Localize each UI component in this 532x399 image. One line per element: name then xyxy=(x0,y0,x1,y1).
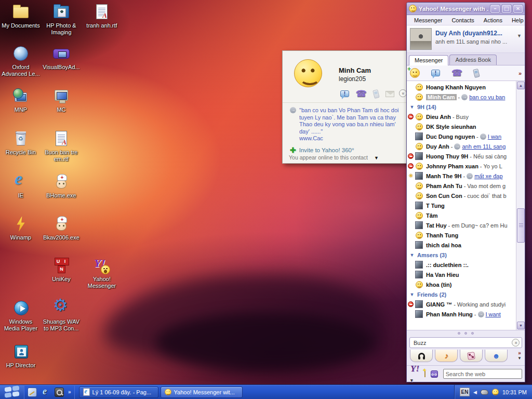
desktop-icon[interactable]: BHome.exe xyxy=(42,173,81,199)
contact-row[interactable]: Duy Anh-→anh em 11L sang xyxy=(407,141,516,151)
desktop-icon[interactable]: My Documents xyxy=(1,3,41,29)
contact-name[interactable]: Duc Dung nguyen xyxy=(426,134,475,140)
minimize-button[interactable]: – xyxy=(490,5,500,13)
contact-row[interactable]: Hoang Khanh Nguyen xyxy=(407,82,516,92)
start-button[interactable] xyxy=(0,385,24,399)
contact-name[interactable]: thich dai hoa xyxy=(426,242,461,248)
contact-name[interactable]: T Tung xyxy=(426,203,445,209)
title-bar[interactable]: Yahoo! Messenger with ... – □ ✕ xyxy=(407,3,525,15)
contact-name[interactable]: Tâm xyxy=(426,212,438,219)
tab-audio[interactable] xyxy=(410,350,433,362)
my-status-message[interactable]: anh em 11L sang mai nho ... xyxy=(435,38,513,45)
desktop-icon[interactable]: HP Director xyxy=(1,343,41,369)
my-avatar[interactable] xyxy=(410,28,432,50)
desktop-icon[interactable]: UniKey xyxy=(42,257,81,283)
my-display-name[interactable]: Duy Anh (duyanh912... xyxy=(435,30,513,37)
contact-scrollbar[interactable]: ▲ ▼ xyxy=(516,81,525,330)
toolbar-overflow-icon[interactable]: » xyxy=(518,70,522,76)
desktop-icon[interactable]: IE xyxy=(1,173,41,199)
contact-row[interactable]: Son Cun Con-cuoc doi` that b xyxy=(407,191,516,201)
contact-row[interactable]: DK Style sieunhan xyxy=(407,122,516,131)
status-dropdown-icon[interactable]: ▼ xyxy=(517,28,522,50)
contact-name[interactable]: Minh Cam xyxy=(426,94,457,100)
add-contact-icon[interactable] xyxy=(410,68,420,78)
contact-row[interactable]: Huong Thuy 9H-Nếu sai càng xyxy=(407,151,516,161)
desktop-icon[interactable]: HP Photo & Imaging xyxy=(42,3,81,36)
contact-row[interactable]: khoa (tin) xyxy=(407,280,516,289)
scroll-thumb[interactable] xyxy=(517,208,525,243)
tab-games[interactable] xyxy=(460,350,483,362)
contact-row[interactable]: Tâm xyxy=(407,210,516,220)
contact-row[interactable]: Tat Huy-em Dung~ ca? em Hu xyxy=(407,220,516,230)
contact-name[interactable]: Johnny Pham xuan xyxy=(426,163,478,169)
tray-collapse-icon[interactable]: ◀ xyxy=(473,390,477,395)
menu-contacts[interactable]: Contacts xyxy=(447,16,478,24)
desktop-icon[interactable]: VisualBoyAd... xyxy=(42,45,81,71)
contact-row[interactable]: Dieu Anh-Busy xyxy=(407,112,516,122)
show-desktop-icon[interactable] xyxy=(28,388,37,397)
tray-app-icon[interactable] xyxy=(481,390,488,395)
contact-name[interactable]: Dieu Anh xyxy=(426,114,451,120)
contact-name[interactable]: Son Cun Con xyxy=(426,193,462,199)
contact-name[interactable]: Thanh Tung xyxy=(426,232,458,238)
call-phone-icon[interactable]: ☎ xyxy=(451,69,462,77)
contact-name[interactable]: khoa (tin) xyxy=(426,282,452,288)
maximize-button[interactable]: □ xyxy=(502,5,511,13)
language-indicator[interactable]: EN xyxy=(460,388,470,396)
contact-group-row[interactable]: ▼Amsers (3) xyxy=(407,250,516,260)
clock[interactable]: 10:31 PM xyxy=(502,389,527,395)
desktop-icon[interactable]: Bkav2006.exe xyxy=(42,215,81,241)
contact-row[interactable]: T Tung xyxy=(407,201,516,210)
desktop-icon[interactable]: Windows Media Player xyxy=(1,299,41,332)
desktop-icon[interactable]: MC xyxy=(42,87,81,113)
contact-row[interactable]: thich dai hoa xyxy=(407,240,516,250)
group-collapse-icon[interactable]: ▼ xyxy=(407,252,417,258)
call-icon[interactable]: ☎ xyxy=(356,89,367,98)
popup-status-url[interactable]: www.Cac xyxy=(299,135,323,141)
search-icon[interactable] xyxy=(55,388,64,397)
contact-row[interactable]: Phan Manh Hung-→I want xyxy=(407,309,516,319)
group-collapse-icon[interactable]: ▼ xyxy=(407,292,417,297)
status-link[interactable]: I wan xyxy=(488,134,501,140)
contact-row[interactable]: ✳Manh The 9H-→mất xe đap xyxy=(407,171,516,181)
buzz-input[interactable]: Buzz » xyxy=(409,337,522,348)
scroll-up-icon[interactable]: ▲ xyxy=(517,82,525,89)
contact-name[interactable]: Hoang Khanh Nguyen xyxy=(426,84,486,90)
contact-row[interactable]: Ha Van Hieu xyxy=(407,270,516,280)
desktop-icon[interactable]: tranh anh.rtf xyxy=(82,3,122,29)
yahoo-logo-icon[interactable]: Y! ▾ xyxy=(410,364,419,384)
menu-messenger[interactable]: Messenger xyxy=(410,16,446,24)
desktop-icon[interactable]: Winamp xyxy=(1,215,41,241)
mobile-icon[interactable] xyxy=(373,89,380,99)
contact-name[interactable]: Phan Manh Hung xyxy=(426,311,473,317)
status-link[interactable]: anh em 11L sang xyxy=(462,143,506,150)
instant-message-icon[interactable]: ! xyxy=(431,70,440,76)
contact-row[interactable]: .:: duclethien ::. xyxy=(407,260,516,270)
contact-name[interactable]: Ha Van Hieu xyxy=(426,272,459,278)
send-sms-icon[interactable] xyxy=(473,69,480,78)
desktop-icon[interactable]: Yahoo! Messenger xyxy=(82,257,122,289)
task-button[interactable]: Yahoo! Messenger wit... xyxy=(161,387,243,398)
quick-launch-overflow-icon[interactable]: » xyxy=(68,389,71,395)
menu-actions[interactable]: Actions xyxy=(480,16,507,24)
status-link[interactable]: ban co vu ban xyxy=(469,94,505,100)
tab-messenger[interactable]: Messenger xyxy=(409,55,448,65)
desktop-icon[interactable]: Shuangs WAV to MP3 Con... xyxy=(42,299,81,332)
close-button[interactable]: ✕ xyxy=(513,5,523,13)
status-link[interactable]: I want xyxy=(486,311,501,317)
tab-messenger-plugin[interactable]: ☻ xyxy=(485,350,508,362)
tab-address-book[interactable]: Address Book xyxy=(449,55,496,65)
group-collapse-icon[interactable]: ▼ xyxy=(407,104,417,110)
menu-help[interactable]: Help xyxy=(508,16,528,24)
desktop-icon[interactable]: Buon ban tre em.rtf xyxy=(42,130,81,163)
compose-mail-icon[interactable] xyxy=(424,371,425,377)
stealth-dropdown-icon[interactable]: ▼ xyxy=(374,155,379,161)
desktop-icon[interactable]: MNP xyxy=(1,87,41,113)
voicemail-icon[interactable]: oo xyxy=(431,370,438,378)
contact-row[interactable]: Duc Dung nguyen-→I wan xyxy=(407,131,516,141)
contact-name[interactable]: Pham Anh Tu xyxy=(426,183,462,189)
contact-row[interactable]: GIANG ™-Working and studyi xyxy=(407,299,516,309)
contact-row[interactable]: Pham Anh Tu-Vao mot dem g xyxy=(407,181,516,191)
contact-name[interactable]: Duy Anh xyxy=(426,143,449,150)
buzz-collapse-icon[interactable]: » xyxy=(512,339,520,347)
